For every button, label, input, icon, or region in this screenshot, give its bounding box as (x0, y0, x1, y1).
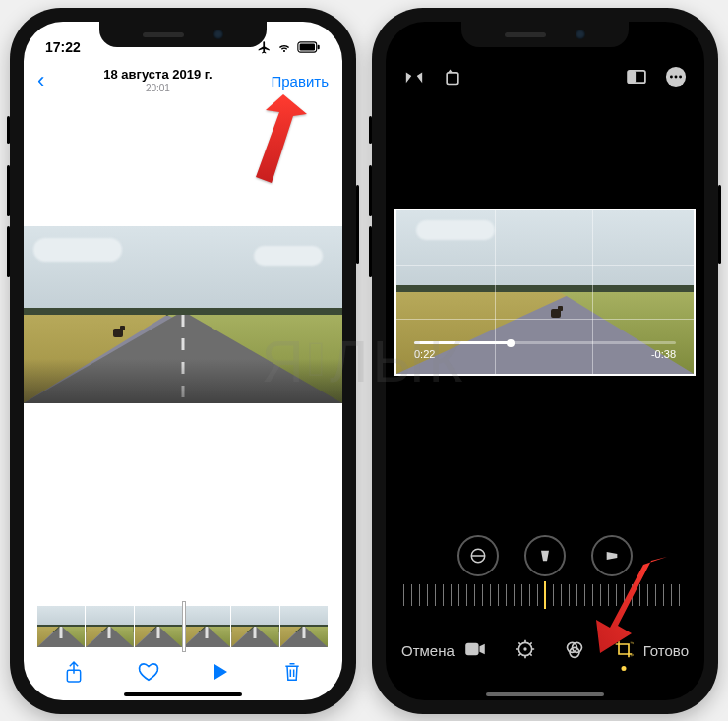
svg-point-10 (679, 76, 682, 79)
video-in-crop: 0:22 -0:38 (396, 210, 694, 374)
editor-bottom-bar: Отмена Готово (386, 624, 704, 677)
tab-crop[interactable] (614, 639, 634, 662)
filmstrip[interactable] (37, 606, 329, 647)
favorite-button[interactable] (138, 662, 159, 686)
horizontal-persp-dial[interactable] (591, 535, 633, 576)
playhead[interactable] (183, 602, 185, 651)
svg-rect-6 (628, 71, 636, 83)
tab-video[interactable] (464, 641, 486, 660)
more-button[interactable] (665, 66, 687, 91)
cancel-button[interactable]: Отмена (401, 642, 455, 659)
vertical-persp-dial[interactable] (524, 535, 566, 576)
crop-frame[interactable]: 0:22 -0:38 (394, 209, 696, 376)
home-indicator[interactable] (124, 692, 242, 696)
svg-rect-2 (318, 45, 320, 49)
video-progress[interactable] (414, 341, 676, 344)
svg-rect-12 (465, 642, 478, 654)
status-time: 17:22 (45, 39, 81, 55)
svg-rect-4 (447, 73, 458, 85)
screen-photos: 17:22 ‹ 18 августа 2019 г. 20:01 Править (24, 22, 342, 700)
play-button[interactable] (212, 663, 228, 685)
screen-editor: 0:22 -0:38 Отмена (386, 22, 704, 700)
phone-right: 0:22 -0:38 Отмена (372, 8, 718, 714)
phone-left: 17:22 ‹ 18 августа 2019 г. 20:01 Править (10, 8, 356, 714)
nav-date: 18 августа 2019 г. (44, 67, 271, 83)
back-button[interactable]: ‹ (37, 68, 44, 93)
tab-filters[interactable] (565, 639, 584, 662)
share-button[interactable] (64, 660, 84, 688)
svg-rect-1 (300, 44, 315, 51)
time-remaining: -0:38 (651, 348, 676, 360)
video-preview[interactable] (24, 226, 342, 403)
wifi-icon (276, 41, 292, 53)
nav-title: 18 августа 2019 г. 20:01 (44, 67, 271, 94)
done-button[interactable]: Готово (643, 642, 689, 659)
nav-time: 20:01 (44, 83, 271, 94)
svg-point-9 (675, 76, 678, 79)
svg-point-8 (670, 76, 673, 79)
angle-ruler[interactable] (403, 584, 687, 606)
rotate-button[interactable] (443, 67, 462, 90)
editor-top-bar (386, 59, 704, 98)
notch (461, 22, 629, 47)
flip-button[interactable] (403, 67, 425, 90)
nav-bar: ‹ 18 августа 2019 г. 20:01 Править (24, 61, 342, 100)
edit-button[interactable]: Править (272, 73, 330, 90)
svg-point-14 (523, 647, 526, 650)
battery-icon (297, 41, 321, 53)
delete-button[interactable] (282, 661, 302, 687)
straighten-dial[interactable] (457, 535, 499, 576)
crop-dials (386, 535, 704, 576)
aspect-button[interactable] (626, 69, 647, 89)
tab-adjust[interactable] (516, 639, 535, 662)
home-indicator[interactable] (486, 692, 604, 696)
time-current: 0:22 (414, 348, 435, 360)
notch (99, 22, 267, 47)
